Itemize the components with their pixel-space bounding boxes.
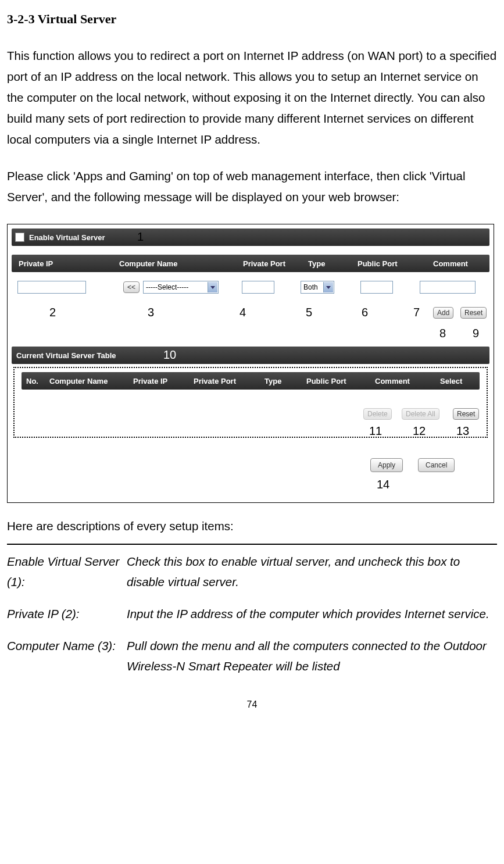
computer-name-select[interactable]: -----Select----- <box>143 281 219 294</box>
desc-key-3: Computer Name (3): <box>7 636 127 677</box>
annotation-2: 2 <box>49 306 56 319</box>
desc-key-2: Private IP (2): <box>7 604 127 624</box>
annotation-9: 9 <box>473 327 479 340</box>
annotation-13: 13 <box>456 424 469 438</box>
desc-val-1: Check this box to enable virtual server,… <box>127 552 497 592</box>
annotation-6: 6 <box>362 306 368 319</box>
annotation-5: 5 <box>306 306 312 319</box>
reset-button-top[interactable]: Reset <box>460 307 487 319</box>
public-port-input[interactable] <box>360 281 393 294</box>
annotation-1: 1 <box>137 230 144 244</box>
descriptions-intro: Here are descriptions of every setup ite… <box>7 519 497 533</box>
desc-key-1: Enable Virtual Server (1): <box>7 552 127 592</box>
annotation-14: 14 <box>377 478 389 491</box>
delete-all-button[interactable]: Delete All <box>402 408 439 420</box>
paragraph-1: This function allows you to redirect a p… <box>7 45 497 149</box>
add-button[interactable]: Add <box>433 307 453 319</box>
annotation-3: 3 <box>148 306 154 319</box>
enable-virtual-server-checkbox[interactable] <box>15 233 24 242</box>
assign-button[interactable]: << <box>123 281 140 293</box>
reset-button-table[interactable]: Reset <box>453 408 479 420</box>
desc-val-3: Pull down the menu and all the computers… <box>127 636 497 677</box>
section-heading: 3-2-3 Virtual Server <box>7 12 497 27</box>
cancel-button[interactable]: Cancel <box>418 458 455 472</box>
th-type: Type <box>308 259 325 268</box>
th-computer-name: Computer Name <box>119 259 177 268</box>
comment-input[interactable] <box>420 281 476 294</box>
th-public-port: Public Port <box>358 259 398 268</box>
type-select-value: Both <box>303 283 318 291</box>
virtual-server-screenshot: Enable Virtual Server 1 Private IP Compu… <box>7 224 494 503</box>
annotation-10: 10 <box>163 348 176 362</box>
th2-select: Select <box>440 377 462 385</box>
annotation-11: 11 <box>369 424 382 438</box>
page-number: 74 <box>7 699 497 710</box>
apply-button[interactable]: Apply <box>370 458 403 472</box>
annotation-12: 12 <box>413 424 426 438</box>
current-table-label: Current Virtual Server Table <box>16 351 116 360</box>
th2-private-port: Private Port <box>194 377 236 385</box>
th2-comment: Comment <box>375 377 410 385</box>
th2-public-port: Public Port <box>306 377 346 385</box>
private-ip-input[interactable] <box>17 281 86 294</box>
paragraph-2: Please click 'Apps and Gaming' on top of… <box>7 166 497 208</box>
th-private-port: Private Port <box>243 259 285 268</box>
computer-name-select-value: -----Select----- <box>146 283 188 291</box>
desc-val-2: Input the IP address of the computer whi… <box>127 604 497 624</box>
annotation-7: 7 <box>413 306 420 319</box>
type-select[interactable]: Both <box>301 281 334 294</box>
th-comment: Comment <box>433 259 468 268</box>
annotation-4: 4 <box>240 306 246 319</box>
delete-button[interactable]: Delete <box>363 408 392 420</box>
th2-computer-name: Computer Name <box>49 377 108 385</box>
th2-private-ip: Private IP <box>133 377 167 385</box>
private-port-input[interactable] <box>242 281 274 294</box>
th2-type: Type <box>264 377 281 385</box>
th-private-ip: Private IP <box>19 259 53 268</box>
descriptions-table: Enable Virtual Server (1): Check this bo… <box>7 544 497 676</box>
th2-no: No. <box>26 377 38 385</box>
enable-virtual-server-label: Enable Virtual Server <box>29 233 105 242</box>
annotation-8: 8 <box>439 327 446 340</box>
